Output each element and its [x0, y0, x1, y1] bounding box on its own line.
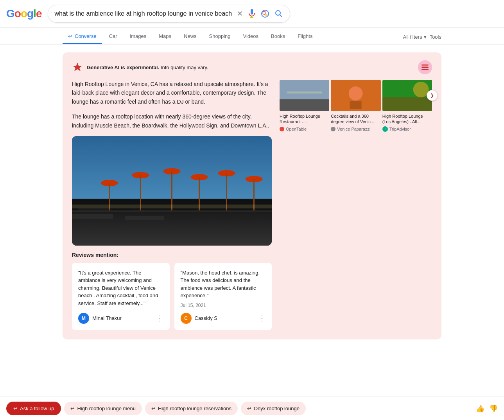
- svg-point-5: [265, 14, 267, 16]
- svg-rect-40: [350, 101, 362, 109]
- image-captions: High Rooftop Lounge Restaurant -... Open…: [280, 113, 432, 132]
- reviews-section: Reviews mention: "It's a great experienc…: [72, 252, 272, 330]
- tripadvisor-icon: T: [382, 126, 388, 132]
- ai-label: Generative AI is experimental. Info qual…: [87, 65, 208, 70]
- svg-rect-11: [421, 69, 429, 70]
- svg-rect-9: [421, 65, 429, 66]
- reviewer-2: C Cassidy S: [181, 313, 218, 324]
- tab-flights[interactable]: Flights: [292, 29, 318, 44]
- review-card-2: "Mason, the head chef, is amazing. The f…: [174, 263, 272, 330]
- tab-car[interactable]: Car: [104, 29, 123, 44]
- ai-paragraph-2: The lounge has a rooftop location with n…: [72, 112, 272, 130]
- google-logo: Google: [6, 7, 41, 20]
- all-filters-button[interactable]: All filters ▾: [403, 34, 427, 40]
- sidebar-image-1[interactable]: [280, 80, 329, 111]
- sidebar-image-2[interactable]: [331, 80, 380, 111]
- review-card-1: "It's a great experience. The ambiance i…: [72, 263, 170, 330]
- svg-rect-37: [287, 92, 322, 93]
- reviews-title: Reviews mention:: [72, 252, 272, 258]
- svg-rect-32: [72, 214, 113, 219]
- reviewer-1: M Minal Thakur: [78, 313, 122, 324]
- svg-line-7: [280, 15, 282, 17]
- header: Google ✕: [0, 0, 504, 28]
- opentable-icon: [280, 127, 284, 131]
- review-footer-1: M Minal Thakur ⋮: [78, 313, 163, 324]
- tab-converse[interactable]: ↩ Converse: [63, 29, 102, 44]
- ai-paragraph-1: High Rooftop Lounge in Venice, CA has a …: [72, 80, 272, 106]
- tab-videos[interactable]: Videos: [238, 29, 264, 44]
- dropdown-icon: ▾: [424, 34, 427, 40]
- source-3: T TripAdvisor: [382, 126, 432, 132]
- source-1: OpenTable: [280, 126, 329, 132]
- tab-images[interactable]: Images: [124, 29, 152, 44]
- ai-panel: Generative AI is experimental. Info qual…: [63, 52, 441, 339]
- svg-rect-42: [382, 97, 432, 111]
- caption-1: High Rooftop Lounge Restaurant -... Open…: [280, 113, 329, 132]
- source-2: Venice Paparazzi: [331, 126, 380, 132]
- sidebar-images-row: ❯: [280, 80, 432, 111]
- ai-header: Generative AI is experimental. Info qual…: [72, 60, 432, 74]
- review-footer-2: C Cassidy S ⋮: [181, 313, 266, 324]
- ai-main-image: [72, 136, 272, 246]
- avatar-2: C: [181, 313, 192, 324]
- review-text-1: "It's a great experience. The ambiance i…: [78, 269, 163, 310]
- caption-2: Cocktails and a 360 degree view of Venic…: [331, 113, 380, 132]
- svg-rect-10: [421, 67, 429, 68]
- voice-search-button[interactable]: [248, 8, 256, 19]
- sidebar-image-3[interactable]: [382, 80, 432, 111]
- ai-header-left: Generative AI is experimental. Info qual…: [72, 62, 208, 73]
- svg-marker-8: [73, 63, 82, 71]
- reviewer-name-2: Cassidy S: [195, 315, 218, 321]
- rooftop-svg: [72, 136, 272, 246]
- tools-button[interactable]: Tools: [430, 34, 441, 40]
- gemini-icon: [72, 62, 83, 73]
- review-text-2: "Mason, the head chef, is amazing. The f…: [181, 269, 266, 300]
- caption-3: High Rooftop Lounge (Los Angeles) - All.…: [382, 113, 432, 132]
- nav-tabs: ↩ Converse Car Images Maps News Shopping…: [0, 28, 504, 45]
- ai-images-sidebar: ❯ High Rooftop Lounge Restaurant -... Op…: [280, 80, 432, 132]
- svg-rect-0: [251, 9, 253, 14]
- converse-icon: ↩: [68, 33, 72, 39]
- avatar-1: M: [78, 313, 89, 324]
- svg-rect-34: [72, 205, 272, 208]
- review-more-button-1[interactable]: ⋮: [156, 314, 163, 323]
- tab-maps[interactable]: Maps: [153, 29, 177, 44]
- ai-text-section: High Rooftop Lounge in Venice, CA has a …: [72, 80, 272, 330]
- ai-menu-button[interactable]: [418, 60, 432, 74]
- svg-rect-33: [125, 216, 164, 220]
- next-image-button[interactable]: ❯: [427, 90, 438, 101]
- venice-paparazzi-icon: [331, 127, 335, 131]
- reviews-grid: "It's a great experience. The ambiance i…: [72, 263, 272, 330]
- search-bar[interactable]: ✕: [48, 5, 290, 23]
- svg-point-4: [263, 11, 266, 14]
- svg-rect-31: [72, 210, 272, 212]
- lens-search-button[interactable]: [260, 9, 270, 19]
- review-date-2: Jul 15, 2021: [181, 303, 266, 308]
- search-button[interactable]: [274, 9, 283, 18]
- tab-news[interactable]: News: [178, 29, 202, 44]
- search-input[interactable]: [54, 10, 232, 17]
- svg-point-39: [349, 86, 363, 101]
- ai-content: High Rooftop Lounge in Venice, CA has a …: [72, 80, 432, 330]
- review-more-button-2[interactable]: ⋮: [258, 314, 265, 323]
- main-content: Generative AI is experimental. Info qual…: [0, 52, 504, 339]
- svg-rect-36: [280, 99, 329, 111]
- tab-shopping[interactable]: Shopping: [204, 29, 236, 44]
- reviewer-name-1: Minal Thakur: [92, 315, 122, 321]
- clear-button[interactable]: ✕: [236, 9, 244, 19]
- tab-books[interactable]: Books: [265, 29, 291, 44]
